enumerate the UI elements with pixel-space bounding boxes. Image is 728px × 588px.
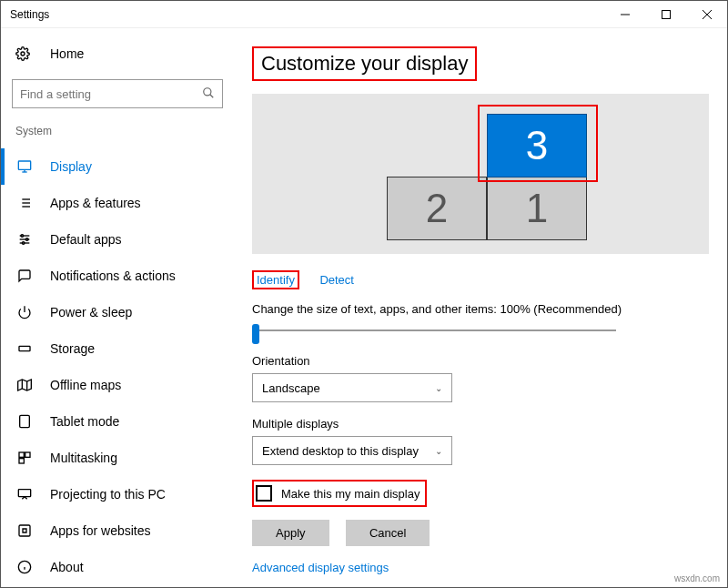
page-title-highlight: Customize your display bbox=[252, 46, 477, 81]
search-input[interactable] bbox=[13, 80, 222, 107]
chevron-down-icon: ⌄ bbox=[435, 446, 442, 456]
nav-multitasking[interactable]: Multitasking bbox=[1, 440, 234, 476]
svg-rect-23 bbox=[19, 346, 30, 350]
nav-storage[interactable]: Storage bbox=[1, 330, 234, 367]
nav-label: Notifications & actions bbox=[50, 269, 176, 283]
slider-thumb[interactable] bbox=[252, 324, 259, 344]
monitor-icon bbox=[15, 159, 34, 174]
multitask-icon bbox=[15, 451, 34, 465]
scale-slider[interactable] bbox=[252, 321, 616, 340]
search-icon bbox=[202, 86, 215, 99]
multiple-displays-label: Multiple displays bbox=[252, 417, 709, 431]
monitor-2[interactable]: 2 bbox=[387, 177, 487, 240]
project-icon bbox=[15, 487, 34, 502]
home-label: Home bbox=[50, 46, 84, 61]
svg-rect-32 bbox=[19, 459, 24, 463]
window-title: Settings bbox=[10, 8, 49, 21]
nav-label: Multitasking bbox=[50, 451, 117, 465]
checkbox[interactable] bbox=[256, 485, 272, 502]
nav-label: Storage bbox=[50, 341, 95, 356]
tablet-icon bbox=[15, 414, 34, 429]
close-button[interactable] bbox=[686, 1, 727, 28]
advanced-display-link[interactable]: Advanced display settings bbox=[252, 561, 709, 574]
nav-label: Offline maps bbox=[50, 378, 121, 392]
button-row: Apply Cancel bbox=[252, 520, 709, 546]
slider-track bbox=[252, 329, 616, 331]
storage-icon bbox=[15, 341, 34, 356]
nav-label: Apps & features bbox=[50, 196, 141, 210]
nav-about[interactable]: About bbox=[1, 549, 234, 585]
nav-offline-maps[interactable]: Offline maps bbox=[1, 367, 234, 403]
nav-display[interactable]: Display bbox=[1, 148, 234, 185]
svg-marker-25 bbox=[18, 380, 32, 390]
scale-section: Change the size of text, apps, and other… bbox=[252, 302, 709, 340]
sliders-icon bbox=[15, 232, 34, 247]
orientation-select[interactable]: Landscape ⌄ bbox=[252, 373, 452, 402]
list-icon bbox=[15, 196, 34, 210]
svg-line-6 bbox=[210, 95, 214, 98]
group-label: System bbox=[1, 119, 234, 148]
monitor-3[interactable]: 3 bbox=[487, 114, 587, 177]
info-icon bbox=[15, 560, 34, 574]
svg-rect-34 bbox=[19, 525, 30, 536]
orientation-label: Orientation bbox=[252, 354, 709, 368]
nav-label: Projecting to this PC bbox=[50, 487, 166, 502]
page-title: Customize your display bbox=[261, 52, 468, 76]
cancel-button[interactable]: Cancel bbox=[346, 520, 430, 546]
search-box[interactable] bbox=[12, 79, 223, 108]
sidebar: Home System Display Apps & features Defa… bbox=[1, 28, 234, 587]
svg-rect-7 bbox=[18, 161, 30, 169]
nav-notifications[interactable]: Notifications & actions bbox=[1, 258, 234, 294]
nav-label: Tablet mode bbox=[50, 414, 119, 429]
message-icon bbox=[15, 269, 34, 283]
apply-button[interactable]: Apply bbox=[252, 520, 329, 546]
nav-default-apps[interactable]: Default apps bbox=[1, 221, 234, 258]
title-bar: Settings bbox=[1, 1, 727, 28]
main-display-label: Make this my main display bbox=[281, 487, 420, 501]
nav-apps-websites[interactable]: Apps for websites bbox=[1, 512, 234, 549]
window-controls bbox=[604, 1, 727, 28]
svg-rect-30 bbox=[19, 452, 24, 457]
detect-link[interactable]: Detect bbox=[319, 273, 354, 287]
display-arrangement[interactable]: 2 1 3 bbox=[252, 94, 709, 254]
svg-rect-33 bbox=[18, 490, 30, 497]
monitor-1[interactable]: 1 bbox=[487, 177, 587, 240]
nav-power-sleep[interactable]: Power & sleep bbox=[1, 294, 234, 330]
chevron-down-icon: ⌄ bbox=[435, 383, 442, 393]
svg-rect-31 bbox=[25, 452, 30, 457]
svg-rect-1 bbox=[662, 10, 670, 18]
map-icon bbox=[15, 378, 34, 392]
home-button[interactable]: Home bbox=[1, 35, 234, 72]
main-display-checkbox-row[interactable]: Make this my main display bbox=[252, 480, 427, 507]
orientation-value: Landscape bbox=[262, 381, 320, 395]
nav-label: Display bbox=[50, 159, 92, 174]
nav-label: Power & sleep bbox=[50, 305, 132, 319]
maximize-button[interactable] bbox=[645, 1, 686, 28]
svg-rect-28 bbox=[20, 415, 30, 427]
multiple-displays-value: Extend desktop to this display bbox=[262, 444, 419, 458]
detect-links: Identify Detect bbox=[252, 270, 709, 289]
svg-point-5 bbox=[204, 88, 211, 96]
nav-tablet-mode[interactable]: Tablet mode bbox=[1, 403, 234, 440]
scale-label: Change the size of text, apps, and other… bbox=[252, 302, 709, 316]
multiple-displays-select[interactable]: Extend desktop to this display ⌄ bbox=[252, 436, 452, 465]
svg-point-4 bbox=[21, 52, 25, 56]
link-app-icon bbox=[15, 523, 34, 538]
nav-label: Apps for websites bbox=[50, 523, 151, 538]
identify-link[interactable]: Identify bbox=[252, 270, 299, 289]
nav-label: About bbox=[50, 560, 84, 574]
nav-label: Default apps bbox=[50, 232, 122, 247]
watermark: wsxdn.com bbox=[674, 573, 720, 583]
nav-apps-features[interactable]: Apps & features bbox=[1, 185, 234, 221]
power-icon bbox=[15, 305, 34, 319]
main-content: Customize your display 2 1 3 Identify De… bbox=[234, 28, 727, 587]
nav-projecting[interactable]: Projecting to this PC bbox=[1, 476, 234, 512]
gear-icon bbox=[15, 46, 34, 61]
minimize-button[interactable] bbox=[604, 1, 645, 28]
